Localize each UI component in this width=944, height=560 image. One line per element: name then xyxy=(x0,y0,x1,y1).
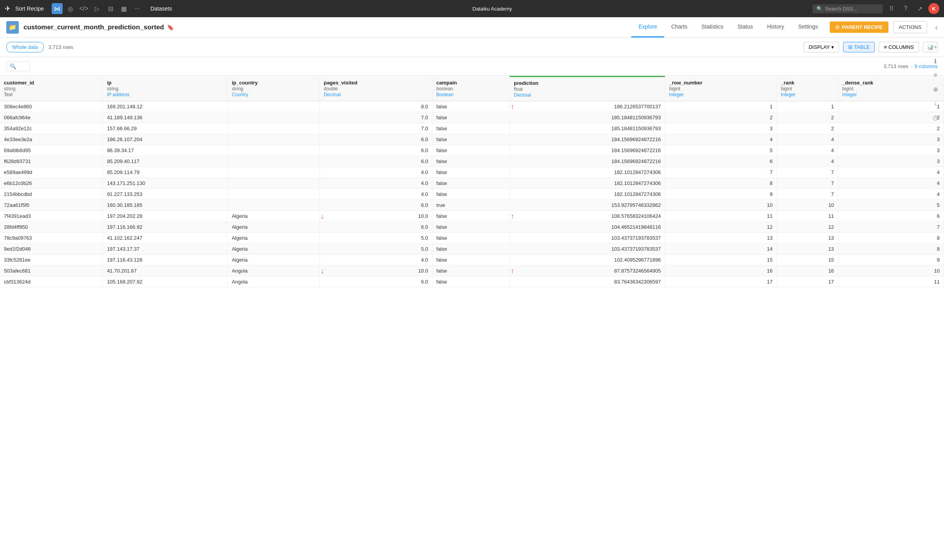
col-header-pages-visited[interactable]: pages_visited double Decimal xyxy=(320,77,432,101)
tab-status[interactable]: Status xyxy=(730,17,760,38)
dense-rank-cell: 10 xyxy=(838,266,944,276)
share-nav-icon[interactable]: ⋈ xyxy=(52,3,63,14)
actions-button[interactable]: ACTIONS xyxy=(893,21,928,33)
col-semantic-dense-rank[interactable]: Integer xyxy=(842,92,940,97)
search-box[interactable]: 🔍 Search DSS... xyxy=(812,4,883,13)
prediction-cell: 184.15696924872216 xyxy=(510,145,665,156)
code-nav-icon[interactable]: </> xyxy=(78,3,89,14)
toolbar: Whole data 3,713 rows DISPLAY ▾ ⊞ TABLE … xyxy=(0,38,944,57)
prediction-cell: ↑186.2126537700137 xyxy=(510,101,665,112)
filter-bar: 🔍 3,713 rows · 9 columns xyxy=(0,57,944,76)
rank-cell: 2 xyxy=(777,112,838,123)
col-header-campain[interactable]: campain boolean Boolean xyxy=(432,77,510,101)
tab-settings[interactable]: Settings xyxy=(791,17,825,38)
pages-cell: 5.0 xyxy=(320,244,432,255)
rank-cell: 17 xyxy=(777,276,838,287)
row-number-cell: 15 xyxy=(665,255,777,266)
tab-statistics[interactable]: Statistics xyxy=(694,17,730,38)
customer-id-cell: cbf313624d xyxy=(0,276,103,287)
rank-cell: 7 xyxy=(777,189,838,200)
col-header-customer-id[interactable]: customer_id string Text xyxy=(0,77,103,101)
prediction-cell: 184.15696924872216 xyxy=(510,134,665,145)
col-header-ip[interactable]: ip string IP address xyxy=(103,77,228,101)
plus-sidebar-icon[interactable]: ＋ xyxy=(929,41,942,53)
whole-data-button[interactable]: Whole data xyxy=(6,42,44,52)
table-icon: ⊞ xyxy=(848,44,852,50)
pages-cell: 7.0 xyxy=(320,112,432,123)
sort-arrow-down-icon: ↓ xyxy=(321,212,324,220)
help-icon[interactable]: ? xyxy=(900,3,911,14)
list-sidebar-icon[interactable]: ≡ xyxy=(929,69,942,81)
bookmark-icon[interactable]: 🔖 xyxy=(167,24,174,31)
customer-id-cell: 4e33ee3e2a xyxy=(0,134,103,145)
col-type-rank: bigint xyxy=(781,86,834,92)
row-number-cell: 14 xyxy=(665,244,777,255)
prediction-cell: 104.46521419848116 xyxy=(510,222,665,233)
row-count: 3,713 rows xyxy=(49,44,74,50)
table-row: e6b12c0b26143.171.251.1304.0false182.101… xyxy=(0,178,944,189)
table-row: 9ed1f2d046197.143.17.37Algeria5.0false10… xyxy=(0,244,944,255)
play-nav-icon[interactable]: ▷ xyxy=(92,3,103,14)
back-button[interactable]: ‹ xyxy=(935,23,938,32)
col-header-row-number[interactable]: _row_number bigint Integer xyxy=(665,77,777,101)
col-semantic-ip[interactable]: IP address xyxy=(107,92,223,97)
prediction-cell: 182.1012847274306 xyxy=(510,189,665,200)
col-header-rank[interactable]: _rank bigint Integer xyxy=(777,77,838,101)
campain-cell: false xyxy=(432,211,510,222)
table-row: 69afdb6d9586.39.34.176.0false184.1569692… xyxy=(0,145,944,156)
table-row: cbf313624d105.168.207.92Angola6.0false83… xyxy=(0,276,944,287)
tab-charts[interactable]: Charts xyxy=(664,17,694,38)
col-semantic-ip-country[interactable]: Country xyxy=(232,92,315,97)
tab-explore[interactable]: Explore xyxy=(631,17,664,38)
customer-id-cell: 78c9a09763 xyxy=(0,233,103,244)
rank-cell: 1 xyxy=(777,101,838,112)
col-semantic-rank[interactable]: Integer xyxy=(781,92,834,97)
col-header-ip-country[interactable]: ip_country string Country xyxy=(228,77,320,101)
rank-cell: 12 xyxy=(777,222,838,233)
download-sidebar-icon[interactable]: ↓ xyxy=(929,97,942,109)
arrow-up-right-icon[interactable]: ↗ xyxy=(914,3,925,14)
clock-sidebar-icon[interactable]: ◷ xyxy=(929,111,942,124)
customer-id-cell: 066afc964e xyxy=(0,112,103,123)
dataset-name: customer_current_month_prediction_sorted xyxy=(23,23,164,31)
customer-id-cell: e6b12c0b26 xyxy=(0,178,103,189)
ip-cell: 197.143.17.37 xyxy=(103,244,228,255)
row-number-cell: 9 xyxy=(665,189,777,200)
tab-history[interactable]: History xyxy=(760,17,791,38)
row-number-cell: 16 xyxy=(665,266,777,276)
more-nav-icon[interactable]: ··· xyxy=(132,3,142,14)
display-button[interactable]: DISPLAY ▾ xyxy=(803,42,839,52)
col-type-campain: boolean xyxy=(436,86,506,92)
table-label: TABLE xyxy=(854,44,870,50)
table-row: f628d9373185.209.40.1176.0false184.15696… xyxy=(0,156,944,167)
layers-nav-icon[interactable]: ⊟ xyxy=(105,3,116,14)
col-semantic-row-number[interactable]: Integer xyxy=(669,92,773,97)
info-sidebar-icon[interactable]: ℹ xyxy=(929,55,942,67)
pages-cell: 4.0 xyxy=(320,178,432,189)
table-header: customer_id string Text ip string IP add… xyxy=(0,77,944,101)
grid-nav-icon[interactable]: ▦ xyxy=(118,3,129,14)
column-search[interactable]: 🔍 xyxy=(6,61,30,71)
circle-nav-icon[interactable]: ◎ xyxy=(65,3,76,14)
col-header-prediction[interactable]: prediction float Decimal xyxy=(510,77,665,101)
col-type-ip: string xyxy=(107,86,223,92)
col-semantic-pages-visited[interactable]: Decimal xyxy=(324,92,428,97)
columns-view-button[interactable]: ≡ COLUMNS xyxy=(879,42,919,52)
dataiku-label: Dataiku Academy xyxy=(472,6,512,12)
parent-recipe-button[interactable]: ⊙ PARENT RECIPE xyxy=(830,22,888,33)
rank-cell: 16 xyxy=(777,266,838,276)
table-view-button[interactable]: ⊞ TABLE xyxy=(843,42,875,52)
col-semantic-campain[interactable]: Boolean xyxy=(436,92,506,97)
toolbar-right: DISPLAY ▾ ⊞ TABLE ≡ COLUMNS 📊 xyxy=(803,42,938,52)
avatar[interactable]: K xyxy=(928,3,939,14)
campain-cell: false xyxy=(432,178,510,189)
col-semantic-prediction[interactable]: Decimal xyxy=(514,92,661,98)
sort-arrow-up-icon: ↑ xyxy=(511,212,514,220)
prediction-cell: 185.18481150936793 xyxy=(510,112,665,123)
grid-apps-icon[interactable]: ⠿ xyxy=(886,3,897,14)
campain-cell: true xyxy=(432,200,510,211)
search-filter-icon: 🔍 xyxy=(10,63,16,69)
row-number-cell: 2 xyxy=(665,112,777,123)
chevron-down-icon: ▾ xyxy=(831,44,834,50)
globe-sidebar-icon[interactable]: ⊕ xyxy=(929,83,942,95)
